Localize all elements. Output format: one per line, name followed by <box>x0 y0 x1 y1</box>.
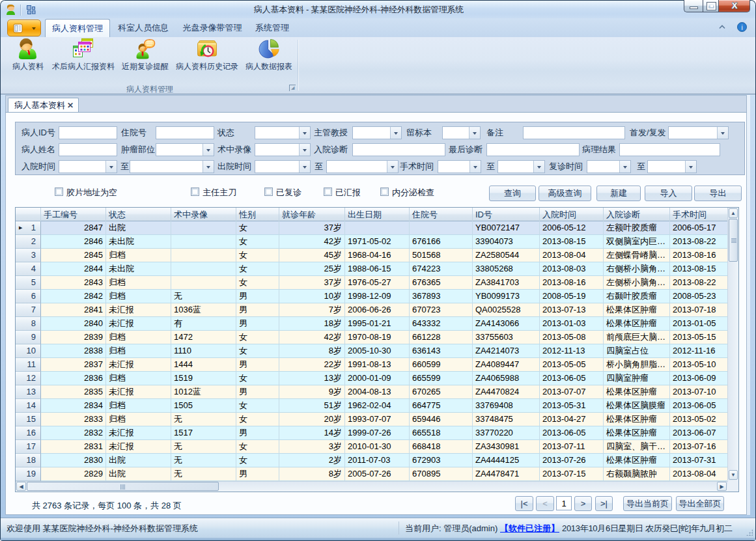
svg-text:i: i <box>741 24 742 31</box>
